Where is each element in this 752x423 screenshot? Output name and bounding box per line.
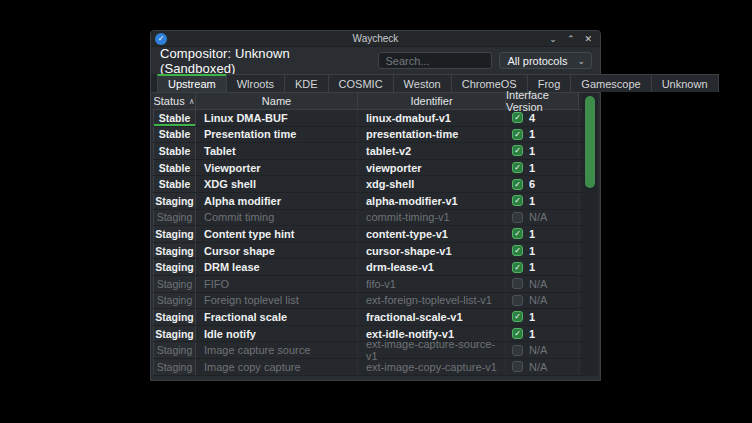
table-row[interactable]: StablePresentation timepresentation-time… xyxy=(153,127,598,144)
tab-unknown[interactable]: Unknown xyxy=(651,74,719,92)
identifier-cell: linux-dmabuf-v1 xyxy=(358,110,506,126)
column-header-interface-version[interactable]: Interface Version xyxy=(506,93,579,110)
interface-version-cell: ✓1 xyxy=(506,143,579,159)
table-row[interactable]: StableLinux DMA-BUFlinux-dmabuf-v1✓4 xyxy=(153,110,598,127)
identifier-cell: fifo-v1 xyxy=(358,276,506,292)
checkbox-checked-icon: ✓ xyxy=(512,145,523,156)
table-row[interactable]: StagingCommit timingcommit-timing-v1N/A xyxy=(153,210,598,227)
interface-version-cell: ✓1 xyxy=(506,309,579,325)
titlebar: ✓ Waycheck ⌄ ⌃ ✕ xyxy=(151,31,600,47)
version-value: 1 xyxy=(529,162,535,174)
maximize-icon[interactable]: ⌃ xyxy=(567,31,575,47)
identifier-cell: ext-image-copy-capture-v1 xyxy=(358,359,506,375)
identifier-cell: ext-image-capture-source-v1 xyxy=(358,342,506,358)
identifier-cell: viewporter xyxy=(358,160,506,176)
identifier-cell: cursor-shape-v1 xyxy=(358,243,506,259)
version-value: N/A xyxy=(529,344,547,356)
checkbox-checked-icon: ✓ xyxy=(512,112,523,123)
column-header-name[interactable]: Name xyxy=(196,93,358,110)
interface-version-cell: N/A xyxy=(506,342,579,358)
tab-upstream[interactable]: Upstream xyxy=(157,74,227,92)
name-cell: Foreign toplevel list xyxy=(196,293,358,309)
table-row[interactable]: StagingCursor shapecursor-shape-v1✓1 xyxy=(153,243,598,260)
interface-version-cell: ✓1 xyxy=(506,193,579,209)
table-row[interactable]: StableViewporterviewporter✓1 xyxy=(153,160,598,177)
name-cell: Idle notify xyxy=(196,326,358,342)
tab-gamescope[interactable]: Gamescope xyxy=(570,74,651,92)
window-title: Waycheck xyxy=(151,33,600,44)
version-value: 1 xyxy=(529,245,535,257)
search-input[interactable] xyxy=(378,52,492,69)
interface-version-cell: ✓1 xyxy=(506,326,579,342)
status-cell: Stable xyxy=(153,127,196,143)
identifier-cell: presentation-time xyxy=(358,127,506,143)
checkbox-checked-icon: ✓ xyxy=(512,328,523,339)
identifier-cell: commit-timing-v1 xyxy=(358,210,506,226)
interface-version-cell: ✓1 xyxy=(506,226,579,242)
table-row[interactable]: StagingForeign toplevel listext-foreign-… xyxy=(153,293,598,310)
version-value: N/A xyxy=(529,361,547,373)
version-value: 1 xyxy=(529,261,535,273)
checkbox-unchecked-icon xyxy=(512,278,523,289)
name-cell: Fractional scale xyxy=(196,309,358,325)
table-row[interactable]: StagingFIFOfifo-v1N/A xyxy=(153,276,598,293)
checkbox-checked-icon: ✓ xyxy=(512,179,523,190)
interface-version-cell: N/A xyxy=(506,276,579,292)
status-cell: Staging xyxy=(153,193,196,209)
tab-cosmic[interactable]: COSMIC xyxy=(328,74,394,92)
status-cell: Staging xyxy=(153,359,196,375)
status-cell: Staging xyxy=(153,309,196,325)
identifier-cell: content-type-v1 xyxy=(358,226,506,242)
protocol-filter-value: All protocols xyxy=(500,55,578,67)
status-cell: Staging xyxy=(153,342,196,358)
version-value: 4 xyxy=(529,112,535,124)
interface-version-cell: N/A xyxy=(506,210,579,226)
checkbox-checked-icon: ✓ xyxy=(512,245,523,256)
name-cell: Commit timing xyxy=(196,210,358,226)
chevron-down-icon: ⌄ xyxy=(577,56,591,66)
table-row[interactable]: StagingFractional scalefractional-scale-… xyxy=(153,309,598,326)
table-row[interactable]: StagingAlpha modifieralpha-modifier-v1✓1 xyxy=(153,193,598,210)
tab-kde[interactable]: KDE xyxy=(284,74,329,92)
checkbox-unchecked-icon xyxy=(512,212,523,223)
column-header-status[interactable]: Status ∧ xyxy=(153,93,196,110)
scrollbar-thumb[interactable] xyxy=(585,96,595,188)
version-value: 1 xyxy=(529,311,535,323)
identifier-cell: fractional-scale-v1 xyxy=(358,309,506,325)
interface-version-cell: N/A xyxy=(506,293,579,309)
version-value: N/A xyxy=(529,294,547,306)
checkbox-checked-icon: ✓ xyxy=(512,195,523,206)
minimize-icon[interactable]: ⌄ xyxy=(549,31,557,47)
version-value: 1 xyxy=(529,328,535,340)
status-cell: Stable xyxy=(153,110,196,126)
status-cell: Staging xyxy=(153,243,196,259)
tab-wlroots[interactable]: Wlroots xyxy=(226,74,285,92)
name-cell: Cursor shape xyxy=(196,243,358,259)
identifier-cell: tablet-v2 xyxy=(358,143,506,159)
table-row[interactable]: StagingContent type hintcontent-type-v1✓… xyxy=(153,226,598,243)
identifier-cell: alpha-modifier-v1 xyxy=(358,193,506,209)
close-icon[interactable]: ✕ xyxy=(584,31,592,47)
status-cell: Staging xyxy=(153,293,196,309)
table-header: Status ∧ Name Identifier Interface Versi… xyxy=(153,93,598,110)
status-cell: Staging xyxy=(153,226,196,242)
name-cell: Image copy capture xyxy=(196,359,358,375)
name-cell: Image capture source xyxy=(196,342,358,358)
vertical-scrollbar[interactable] xyxy=(582,93,598,376)
name-cell: Tablet xyxy=(196,143,358,159)
tab-weston[interactable]: Weston xyxy=(393,74,452,92)
protocol-filter-dropdown[interactable]: All protocols ⌄ xyxy=(499,52,593,69)
status-cell: Staging xyxy=(153,259,196,275)
table-row[interactable]: StableXDG shellxdg-shell✓6 xyxy=(153,176,598,193)
version-value: 1 xyxy=(529,228,535,240)
table-row[interactable]: StagingImage capture sourceext-image-cap… xyxy=(153,342,598,359)
table-row[interactable]: StableTablettablet-v2✓1 xyxy=(153,143,598,160)
name-cell: Presentation time xyxy=(196,127,358,143)
checkbox-checked-icon: ✓ xyxy=(512,129,523,140)
column-header-identifier[interactable]: Identifier xyxy=(358,93,506,110)
table-row[interactable]: StagingImage copy captureext-image-copy-… xyxy=(153,359,598,376)
interface-version-cell: ✓6 xyxy=(506,176,579,192)
interface-version-cell: ✓4 xyxy=(506,110,579,126)
checkbox-unchecked-icon xyxy=(512,361,523,372)
table-row[interactable]: StagingDRM leasedrm-lease-v1✓1 xyxy=(153,259,598,276)
